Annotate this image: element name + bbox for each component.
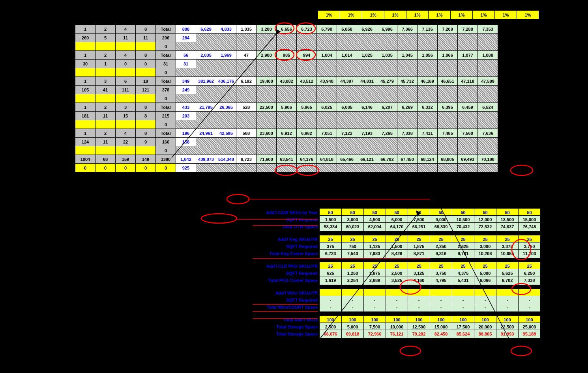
svg-point-12	[400, 346, 421, 356]
section-label: Total Keg Cooler Space	[251, 251, 319, 256]
pct-cell: 1%	[318, 11, 340, 19]
section-label: Total WineCOURT Space	[251, 305, 319, 310]
pct-cell: 1%	[384, 11, 406, 19]
section-label: SQFT Required	[251, 217, 319, 222]
svg-point-6	[511, 165, 533, 175]
pct-cell: 1%	[429, 11, 451, 19]
section-label: Add'l Wine SKUs/YR	[251, 291, 319, 295]
section-label: SQFT Required	[251, 298, 319, 302]
section-label: Total PKG Cooler Space	[251, 278, 319, 283]
section-label: Add'l CLR PKG SKUs/YR	[251, 264, 319, 269]
main-table: 1248Total8086,6294,8331,0353,2006,6566,7…	[75, 24, 498, 172]
svg-point-7	[227, 194, 249, 204]
svg-marker-26	[509, 341, 513, 345]
pct-cell: 1%	[517, 11, 539, 19]
section-label: Total OTW Space	[251, 224, 319, 229]
section-label: SQFT Required	[251, 271, 319, 276]
svg-point-13	[511, 346, 532, 356]
section-label: Total Storage Space	[251, 332, 319, 336]
section-label: Total Storage Space	[251, 325, 319, 329]
section-label: SQFT Required	[251, 244, 319, 249]
section-label: Add'l C&W SKUs by Year	[251, 210, 319, 215]
pct-cell: 1%	[451, 11, 473, 19]
pct-cell: 1%	[340, 11, 362, 19]
lower-section: Add'l C&W SKUs by Year505050505050505050…	[251, 209, 541, 338]
section-label: Total Add'l SKUs	[251, 317, 319, 322]
pct-cell: 1%	[495, 11, 517, 19]
pct-cell: 1%	[406, 11, 429, 19]
pct-header: 1%1%1%1%1%1%1%1%1%1%	[318, 10, 539, 19]
pct-cell: 1%	[362, 11, 384, 19]
section-label: Add'l Keg SKUs/YR	[251, 237, 319, 242]
pct-cell: 1%	[473, 11, 495, 19]
svg-point-8	[201, 214, 237, 223]
